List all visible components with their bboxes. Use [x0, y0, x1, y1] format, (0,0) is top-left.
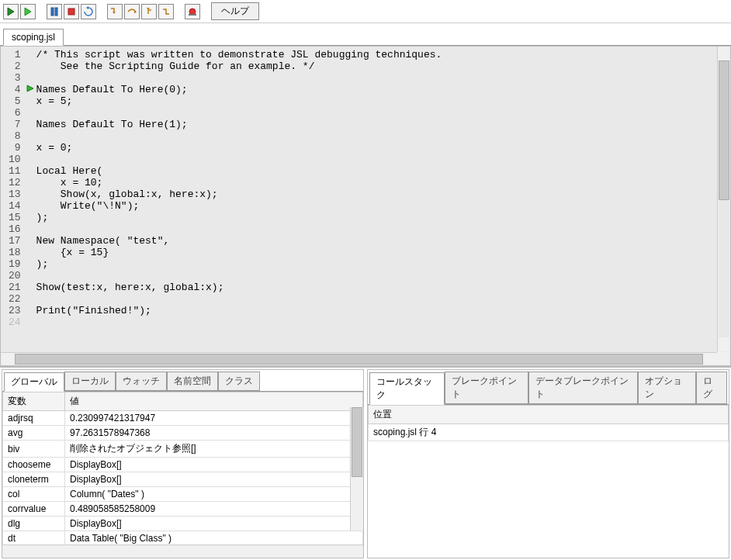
line-number: 16 [9, 223, 21, 235]
variables-tab[interactable]: ローカル [64, 372, 116, 391]
line-number: 7 [9, 119, 21, 130]
variable-value: Data Table( "Big Class" ) [65, 531, 363, 545]
callstack-pane: コールスタックブレークポイントデータブレークポイントオプションログ 位置 sco… [367, 369, 729, 558]
line-number: 8 [9, 130, 21, 142]
callstack-tab[interactable]: ログ [696, 372, 727, 404]
callstack-header-location[interactable]: 位置 [369, 406, 729, 424]
table-row[interactable]: clonetermDisplayBox[] [3, 472, 363, 487]
table-row[interactable]: scoping.jsl 行 4 [369, 424, 729, 441]
code-line[interactable] [36, 270, 442, 282]
stack-location: scoping.jsl 行 4 [369, 424, 729, 441]
variables-horizontal-scrollbar[interactable] [2, 544, 363, 558]
help-button[interactable]: ヘルプ [211, 2, 259, 20]
line-number-gutter: 123456789101112131415161718192021222324 [1, 49, 26, 328]
toolbar: ヘルプ [0, 0, 731, 23]
stop-button[interactable] [64, 4, 79, 19]
code-line[interactable]: Print("Finished!"); [36, 305, 442, 316]
table-row[interactable]: dlgDisplayBox[] [3, 517, 363, 531]
file-tab-scoping[interactable]: scoping.jsl [3, 29, 64, 46]
code-line[interactable]: ); [36, 212, 442, 223]
editor-horizontal-scrollbar[interactable] [1, 352, 717, 365]
code-line[interactable]: Write("\!N"); [36, 200, 442, 212]
step-over-button[interactable] [124, 4, 140, 19]
line-number: 2 [9, 60, 21, 72]
editor-vertical-scrollbar[interactable] [717, 47, 730, 351]
line-number: 23 [9, 305, 21, 316]
variable-value: 削除されたオブジェクト参照[] [65, 441, 363, 458]
code-line[interactable] [36, 130, 442, 142]
variables-header-name[interactable]: 変数 [3, 392, 65, 411]
variable-value: DisplayBox[] [65, 517, 363, 531]
code-line[interactable]: x = 10; [36, 177, 442, 188]
code-line[interactable]: Names Default To Here(1); [36, 119, 442, 130]
run-button[interactable] [3, 4, 19, 19]
code-line[interactable]: Names Default To Here(0); [36, 84, 442, 95]
pause-button[interactable] [47, 4, 62, 19]
variables-tabs: グローバルローカルウォッチ名前空間クラス [2, 370, 363, 392]
code-line[interactable]: x = 0; [36, 142, 442, 154]
code-line[interactable]: {x = 15} [36, 247, 442, 258]
variable-value: 0.489058585258009 [65, 502, 363, 517]
variables-tab[interactable]: ウォッチ [116, 372, 167, 391]
line-number: 20 [9, 270, 21, 282]
code-line[interactable]: See the Scripting Guide for an example. … [36, 60, 442, 72]
variable-name: chooseme [3, 458, 65, 472]
code-line[interactable] [36, 223, 442, 235]
breakpoint-button[interactable] [185, 4, 200, 19]
line-number: 18 [9, 247, 21, 258]
svg-point-9 [189, 9, 196, 15]
variables-tab[interactable]: グローバル [4, 372, 64, 392]
step-out-button[interactable] [141, 4, 157, 19]
table-row[interactable]: choosemeDisplayBox[] [3, 458, 363, 472]
variable-value: 97.2631578947368 [65, 426, 363, 441]
line-number: 4 [9, 84, 21, 95]
table-row[interactable]: dtData Table( "Big Class" ) [3, 531, 363, 545]
variables-vertical-scrollbar[interactable] [350, 407, 363, 531]
variables-pane: グローバルローカルウォッチ名前空間クラス 変数 値 adjrsq0.230997… [2, 369, 364, 558]
code-line[interactable]: Show(test:x, here:x, global:x); [36, 282, 442, 293]
code-line[interactable]: /* This script was written to demonstrat… [36, 49, 442, 60]
code-line[interactable]: New Namespace( "test", [36, 235, 442, 247]
variable-value: 0.230997421317947 [65, 411, 363, 426]
breakpoint-margin[interactable] [26, 49, 36, 328]
line-number: 1 [9, 49, 21, 60]
code-line[interactable]: Local Here( [36, 165, 442, 177]
table-row[interactable]: adjrsq0.230997421317947 [3, 411, 363, 426]
table-row[interactable]: biv削除されたオブジェクト参照[] [3, 441, 363, 458]
step-button[interactable] [158, 4, 174, 19]
line-number: 22 [9, 293, 21, 305]
restart-button[interactable] [81, 4, 96, 19]
code-line[interactable]: ); [36, 258, 442, 270]
code-line[interactable] [36, 72, 442, 84]
callstack-tab[interactable]: ブレークポイント [445, 372, 528, 404]
table-row[interactable]: colColumn( "Dates" ) [3, 487, 363, 502]
code-line[interactable] [36, 154, 442, 165]
callstack-tab[interactable]: コールスタック [369, 372, 445, 405]
callstack-table[interactable]: 位置 scoping.jsl 行 4 [368, 405, 729, 441]
code-editor[interactable]: 123456789101112131415161718192021222324 … [0, 46, 731, 366]
callstack-tab[interactable]: データブレークポイント [528, 372, 639, 404]
code-line[interactable] [36, 293, 442, 305]
variables-tab[interactable]: 名前空間 [167, 372, 218, 391]
line-number: 9 [9, 142, 21, 154]
callstack-tabs: コールスタックブレークポイントデータブレークポイントオプションログ [368, 370, 729, 405]
code-line[interactable]: Show(x, global:x, here:x); [36, 188, 442, 200]
callstack-tab[interactable]: オプション [638, 372, 695, 404]
run-no-breakpoints-button[interactable] [20, 4, 36, 19]
variables-header-value[interactable]: 値 [65, 392, 363, 411]
table-row[interactable]: corrvalue0.489058585258009 [3, 502, 363, 517]
code-line[interactable]: x = 5; [36, 95, 442, 107]
variable-name: dt [3, 531, 65, 545]
code-line[interactable] [36, 107, 442, 119]
line-number: 13 [9, 188, 21, 200]
table-row[interactable]: avg97.2631578947368 [3, 426, 363, 441]
step-into-button[interactable] [107, 4, 123, 19]
variables-tab[interactable]: クラス [218, 372, 260, 391]
variable-name: cloneterm [3, 472, 65, 487]
variables-table[interactable]: 変数 値 adjrsq0.230997421317947avg97.263157… [2, 392, 363, 544]
line-number: 21 [9, 282, 21, 293]
variable-value: DisplayBox[] [65, 472, 363, 487]
variable-value: Column( "Dates" ) [65, 487, 363, 502]
svg-marker-1 [25, 8, 31, 16]
line-number: 5 [9, 95, 21, 107]
